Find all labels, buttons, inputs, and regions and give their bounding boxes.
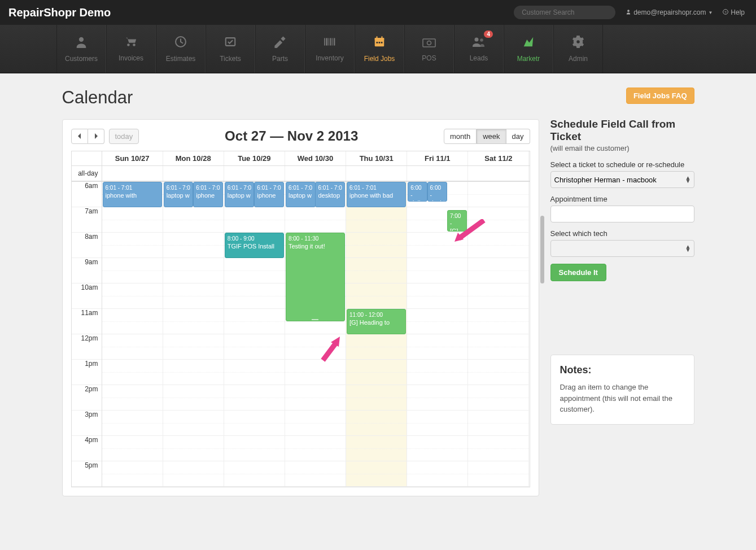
calendar-event[interactable]: 6:01 - 7:0laptop w <box>286 182 316 207</box>
hour-label: 9am <box>72 258 102 283</box>
pos-icon <box>422 36 436 51</box>
allday-cell[interactable] <box>224 166 285 181</box>
calendar-event[interactable]: 6:00 -dell <box>408 182 427 202</box>
calendar-event[interactable]: 7:00 -[G] <box>447 210 467 232</box>
day-col-mon[interactable]: 6:01 - 7:0laptop w 6:01 - 7:0iphone <box>163 182 224 487</box>
tech-select[interactable] <box>550 240 694 257</box>
admin-icon <box>572 36 584 51</box>
ticket-select[interactable]: Christopher Herman - macbook <box>550 171 694 188</box>
estimates-icon <box>174 36 187 51</box>
hour-label: 10am <box>72 283 102 309</box>
cal-prev-button[interactable] <box>71 129 88 144</box>
user-icon <box>626 8 631 16</box>
nav-parts[interactable]: Parts <box>255 25 305 73</box>
cal-month-button[interactable]: month <box>444 129 477 144</box>
day-col-sat[interactable] <box>468 182 529 487</box>
day-col-fri[interactable]: 6:00 -dell 6:00 -deskt 7:00 -[G] <box>407 182 468 487</box>
day-header[interactable]: Wed 10/30 <box>285 151 346 165</box>
cal-nav-buttons <box>71 129 104 144</box>
parts-icon <box>274 36 286 51</box>
calendar-event[interactable]: 6:01 - 7:01iphone with bad <box>347 182 406 207</box>
hour-label: 8am <box>72 233 102 258</box>
nav-label: Field Jobs <box>364 55 395 63</box>
day-col-thu[interactable]: 6:01 - 7:01iphone with bad 11:00 - 12:00… <box>346 182 407 487</box>
calendar-event[interactable]: 6:01 - 7:0laptop w <box>225 182 255 207</box>
brand-title: RepairShopr Demo <box>6 6 111 19</box>
topbar: RepairShopr Demo demo@repairshopr.com ▼ … <box>0 0 756 25</box>
cal-today-button[interactable]: today <box>109 129 139 144</box>
customer-search-input[interactable] <box>514 6 615 19</box>
nav-label: Admin <box>569 55 588 63</box>
cal-view-buttons: month week day <box>444 129 530 144</box>
calendar-event[interactable]: 6:01 - 7:0desktop <box>315 182 345 207</box>
svg-rect-17 <box>379 42 381 43</box>
hour-label: 11am <box>72 309 102 334</box>
cal-next-button[interactable] <box>88 129 104 144</box>
day-col-sun[interactable]: 6:01 - 7:01iphone with <box>102 182 163 487</box>
nav-leads[interactable]: 4 Leads <box>454 25 504 73</box>
nav-field-jobs[interactable]: Field Jobs <box>355 25 404 73</box>
allday-cell[interactable] <box>468 166 529 181</box>
svg-rect-14 <box>377 36 378 38</box>
tech-select-label: Select which tech <box>550 229 694 238</box>
leads-badge: 4 <box>484 30 493 38</box>
hour-label: 7am <box>72 207 102 233</box>
day-header[interactable]: Mon 10/28 <box>163 151 224 165</box>
svg-rect-8 <box>329 38 329 45</box>
nav-label: Tickets <box>220 55 241 63</box>
calendar-event[interactable]: 8:00 - 9:00TGIF POS Install <box>225 233 284 258</box>
nav-marketr[interactable]: Marketr <box>504 25 553 73</box>
allday-cell[interactable] <box>407 166 468 181</box>
field-jobs-faq-button[interactable]: Field Jobs FAQ <box>626 88 694 104</box>
appointment-time-input[interactable] <box>550 206 694 222</box>
nav-tickets[interactable]: Tickets <box>206 25 255 73</box>
scrollbar-thumb[interactable] <box>540 216 544 283</box>
allday-cell[interactable] <box>346 166 407 181</box>
nav-inventory[interactable]: Inventory <box>305 25 355 73</box>
nav-pos[interactable]: POS <box>404 25 454 73</box>
calendar-event[interactable]: 6:01 - 7:0iphone <box>193 182 223 207</box>
user-menu[interactable]: demo@repairshopr.com ▼ <box>626 8 713 16</box>
help-icon: ? <box>723 8 728 16</box>
resize-handle-icon[interactable] <box>312 319 318 320</box>
notes-heading: Notes: <box>560 364 685 376</box>
nav-invoices[interactable]: Invoices <box>106 25 156 73</box>
allday-cell[interactable] <box>285 166 346 181</box>
tickets-icon <box>224 36 237 51</box>
nav-label: Inventory <box>316 54 343 62</box>
schedule-subheading: (will email the customer) <box>550 144 694 152</box>
leads-icon <box>472 36 486 51</box>
calendar-event[interactable]: 11:00 - 12:00[G] Heading to <box>347 309 406 334</box>
allday-cell[interactable] <box>102 166 163 181</box>
day-header[interactable]: Sun 10/27 <box>102 151 163 165</box>
day-header[interactable]: Tue 10/29 <box>224 151 285 165</box>
hour-label: 5pm <box>72 461 102 487</box>
calendar-event[interactable]: 6:01 - 7:0laptop w <box>164 182 194 207</box>
svg-point-20 <box>427 41 431 45</box>
svg-rect-18 <box>381 42 383 43</box>
calendar-event[interactable]: 8:00 - 11:30Testing it out! <box>286 233 345 321</box>
ticket-select-label: Select a ticket to schedule or re-schedu… <box>550 160 694 169</box>
day-col-tue[interactable]: 6:01 - 7:0laptop w 6:01 - 7:0iphone 8:00… <box>224 182 285 487</box>
nav-estimates[interactable]: Estimates <box>156 25 206 73</box>
day-header[interactable]: Sat 11/2 <box>468 151 529 165</box>
calendar-event[interactable]: 6:01 - 7:0iphone <box>254 182 284 207</box>
help-link[interactable]: ? Help <box>723 8 745 16</box>
schedule-it-button[interactable]: Schedule It <box>550 264 606 281</box>
cal-week-button[interactable]: week <box>477 129 506 144</box>
nav-label: Customers <box>65 55 98 63</box>
hour-label: 4pm <box>72 436 102 461</box>
nav-customers[interactable]: Customers <box>56 25 106 73</box>
allday-cell[interactable] <box>163 166 224 181</box>
day-header[interactable]: Thu 10/31 <box>346 151 407 165</box>
hour-label: 6am <box>72 182 102 207</box>
svg-rect-11 <box>334 38 335 45</box>
nav-label: POS <box>422 54 436 62</box>
calendar-event[interactable]: 6:01 - 7:01iphone with <box>103 182 162 207</box>
calendar-event[interactable]: 6:00 -deskt <box>427 182 447 202</box>
day-header[interactable]: Fri 11/1 <box>407 151 468 165</box>
nav-admin[interactable]: Admin <box>553 25 603 73</box>
notes-body: Drag an item to change the appointment (… <box>560 382 685 415</box>
day-col-wed[interactable]: 6:01 - 7:0laptop w 6:01 - 7:0desktop 8:0… <box>285 182 346 487</box>
cal-day-button[interactable]: day <box>506 129 530 144</box>
